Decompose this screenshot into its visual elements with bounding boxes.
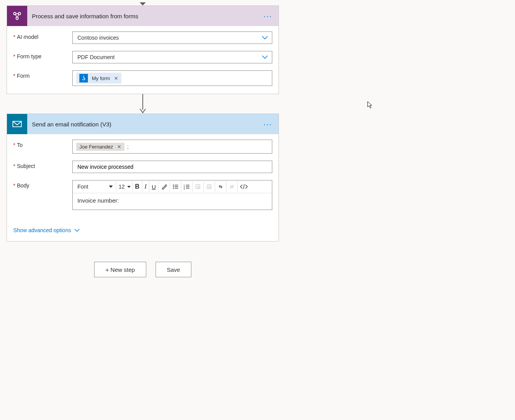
to-input[interactable]: Joe Fernandez ✕ ; [72,140,272,154]
font-color-button[interactable] [159,181,170,192]
touch-icon [79,74,88,82]
svg-point-2 [16,17,18,19]
step-title: Send an email notification (V3) [27,121,111,128]
ai-model-value: Contoso invoices [77,35,119,41]
svg-point-10 [173,188,174,189]
svg-point-8 [173,185,174,186]
action-row: + New step Save [7,262,279,277]
ai-builder-icon [7,6,27,26]
form-token-label: My form [92,75,110,81]
link-button[interactable] [215,181,226,192]
token-remove-button[interactable]: ✕ [117,144,121,150]
subject-input[interactable] [72,161,272,173]
save-button[interactable]: Save [156,262,191,277]
bold-button[interactable]: B [133,181,142,192]
field-label-to: *To [13,140,72,148]
recipient-token[interactable]: Joe Fernandez ✕ [76,143,124,151]
step-more-button[interactable]: ··· [261,6,275,26]
font-size-select[interactable]: 12 [116,181,133,192]
rte-toolbar: Font 12 B I U [73,180,272,193]
numbered-list-button[interactable]: 123 [181,181,193,192]
italic-button[interactable]: I [142,181,149,192]
caret-down-icon [127,186,131,188]
show-advanced-options-link[interactable]: Show advanced options [13,227,80,233]
flow-arrow [7,94,279,114]
form-token[interactable]: My form ✕ [76,73,121,84]
new-step-button[interactable]: + New step [94,262,146,277]
recipient-separator: ; [127,144,129,150]
ai-model-select[interactable]: Contoso invoices [72,32,272,44]
chevron-down-icon [74,229,80,232]
step-process-forms: Process and save information from forms … [7,5,279,94]
code-view-button[interactable] [238,181,250,192]
step-more-button[interactable]: ··· [261,114,275,134]
form-type-select[interactable]: PDF Document [72,51,272,63]
step-send-email: Send an email notification (V3) ··· *To … [7,114,279,242]
field-label-form-type: *Form type [13,51,72,60]
field-label-subject: *Subject [13,161,72,169]
caret-down-icon [109,186,113,188]
svg-text:3: 3 [184,188,185,190]
increase-indent-button[interactable] [204,181,215,192]
step-header-forms[interactable]: Process and save information from forms … [7,6,279,26]
svg-line-4 [18,14,19,17]
svg-line-3 [16,14,17,17]
bulleted-list-button[interactable] [170,181,181,192]
step-title: Process and save information from forms [27,13,138,19]
mail-icon [7,114,27,134]
token-remove-button[interactable]: ✕ [114,75,118,81]
body-editor: Font 12 B I U [72,180,272,210]
form-type-value: PDF Document [77,54,115,60]
field-label-form: *Form [13,70,72,79]
field-label-ai-model: *AI model [13,32,72,40]
unlink-button[interactable] [226,181,238,192]
decrease-indent-button[interactable] [193,181,204,192]
chevron-down-icon [262,55,268,59]
font-select[interactable]: Font [74,181,116,192]
chevron-down-icon [262,36,268,40]
svg-point-9 [173,186,174,187]
body-content[interactable]: Invoice number: [73,193,272,210]
recipient-name: Joe Fernandez [79,144,113,150]
underline-button[interactable]: U [149,181,159,192]
step-header-email[interactable]: Send an email notification (V3) ··· [7,114,279,134]
flow-arrow-top [7,2,279,5]
form-input[interactable]: My form ✕ [72,70,272,86]
field-label-body: *Body [13,180,72,189]
